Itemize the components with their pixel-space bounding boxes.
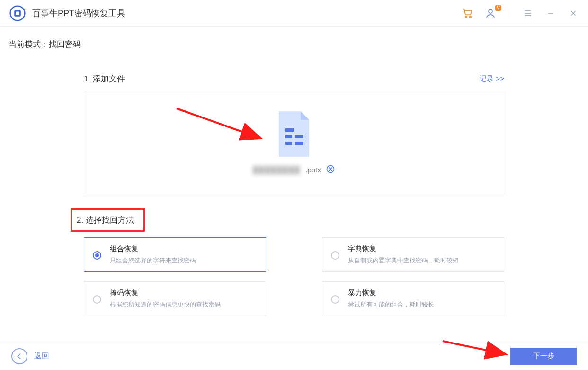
document-icon bbox=[274, 110, 314, 158]
file-name-hidden: ████████ bbox=[253, 166, 301, 174]
mode-line: 当前模式：找回密码 bbox=[9, 39, 579, 50]
method-title: 掩码恢复 bbox=[110, 289, 221, 298]
step2-title: 2. 选择找回方法 bbox=[77, 215, 134, 226]
app-logo-icon bbox=[9, 5, 26, 21]
method-grid: 组合恢复 只组合您选择的字符来查找密码 字典恢复 从自制或内置字典中查找密码，耗… bbox=[84, 237, 504, 316]
svg-rect-15 bbox=[285, 142, 292, 145]
divider bbox=[509, 8, 509, 18]
app-title: 百事牛PPT密码恢复工具 bbox=[32, 8, 125, 19]
step2-highlight-box: 2. 选择找回方法 bbox=[71, 208, 145, 232]
next-button[interactable]: 下一步 bbox=[510, 348, 577, 365]
svg-point-5 bbox=[489, 9, 492, 13]
method-card-dictionary[interactable]: 字典恢复 从自制或内置字典中查找密码，耗时较短 bbox=[322, 237, 504, 272]
svg-rect-13 bbox=[285, 135, 292, 138]
svg-rect-12 bbox=[285, 128, 294, 132]
file-dropzone[interactable]: ████████ .pptx bbox=[84, 91, 504, 194]
svg-point-4 bbox=[470, 16, 471, 17]
svg-point-3 bbox=[465, 16, 467, 17]
menu-icon[interactable] bbox=[522, 7, 534, 19]
back-button[interactable]: 返回 bbox=[11, 348, 49, 364]
method-desc: 根据您所知道的密码信息更快的查找密码 bbox=[110, 300, 221, 309]
method-card-mask[interactable]: 掩码恢复 根据您所知道的密码信息更快的查找密码 bbox=[84, 281, 266, 316]
svg-line-20 bbox=[177, 108, 259, 138]
next-label: 下一步 bbox=[533, 352, 554, 361]
method-card-bruteforce[interactable]: 暴力恢复 尝试所有可能的组合，耗时较长 bbox=[322, 281, 504, 316]
method-desc: 从自制或内置字典中查找密码，耗时较短 bbox=[348, 256, 459, 265]
mode-label: 当前模式： bbox=[9, 40, 49, 49]
svg-rect-16 bbox=[295, 142, 303, 145]
cart-icon[interactable] bbox=[462, 7, 474, 19]
minimize-icon[interactable] bbox=[544, 7, 557, 19]
back-arrow-icon bbox=[11, 348, 27, 364]
radio-icon bbox=[331, 295, 339, 304]
method-card-combo[interactable]: 组合恢复 只组合您选择的字符来查找密码 bbox=[84, 237, 266, 272]
method-desc: 尝试所有可能的组合，耗时较长 bbox=[348, 300, 434, 309]
method-title: 组合恢复 bbox=[110, 244, 196, 253]
mode-value: 找回密码 bbox=[49, 40, 81, 49]
radio-icon bbox=[93, 295, 101, 304]
footer: 返回 下一步 bbox=[0, 342, 588, 370]
method-title: 字典恢复 bbox=[348, 244, 459, 253]
annotation-arrow-1 bbox=[174, 105, 269, 147]
step1-title: 1. 添加文件 bbox=[84, 73, 125, 84]
method-desc: 只组合您选择的字符来查找密码 bbox=[110, 256, 196, 265]
method-title: 暴力恢复 bbox=[348, 289, 434, 298]
svg-rect-2 bbox=[16, 11, 19, 15]
titlebar: 百事牛PPT密码恢复工具 V bbox=[0, 0, 588, 27]
svg-rect-14 bbox=[295, 135, 303, 138]
vip-badge: V bbox=[495, 5, 501, 11]
user-icon[interactable]: V bbox=[484, 7, 497, 19]
radio-icon bbox=[93, 251, 101, 260]
remove-file-icon[interactable] bbox=[326, 164, 335, 175]
file-extension: .pptx bbox=[305, 166, 321, 174]
radio-icon bbox=[331, 251, 339, 260]
back-label: 返回 bbox=[34, 351, 49, 361]
records-link[interactable]: 记录 >> bbox=[480, 74, 504, 83]
close-icon[interactable] bbox=[567, 7, 579, 19]
